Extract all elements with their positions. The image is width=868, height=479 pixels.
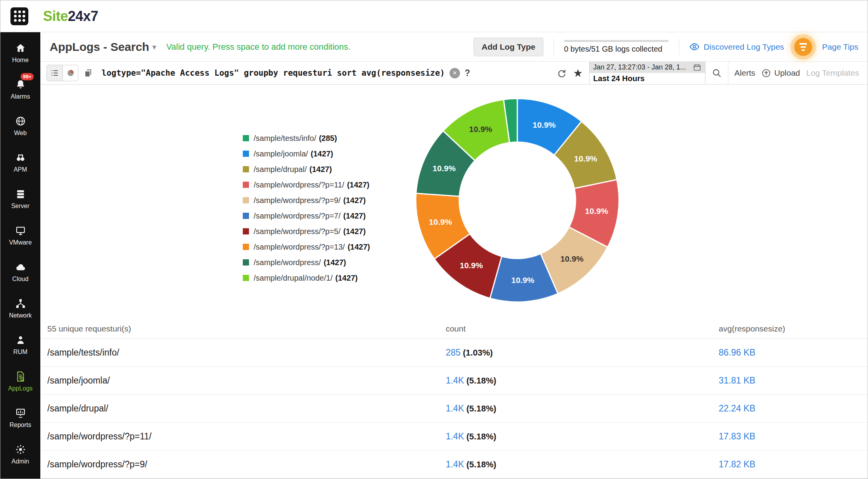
discovered-log-types-label: Discovered Log Types xyxy=(704,42,784,52)
cloud-icon xyxy=(15,261,26,273)
quick-range-label: Last 24 Hours xyxy=(590,73,705,84)
legend-label: /sample/drupal/node/1/ xyxy=(254,274,332,283)
count-link[interactable]: 285 xyxy=(446,347,460,358)
page-title: AppLogs - Search xyxy=(50,40,149,54)
user-icon xyxy=(15,334,26,346)
divider xyxy=(728,62,728,84)
legend-swatch xyxy=(243,135,249,141)
legend-item[interactable]: /sample/wordpress/?p=13/(1427) xyxy=(243,239,370,255)
sidebar-item-reports[interactable]: Reports xyxy=(0,399,40,436)
legend-item[interactable]: /sample/joomla/(1427) xyxy=(243,146,370,161)
sidebar-item-apm[interactable]: APM xyxy=(0,144,40,180)
header-requesturi: 55 unique requesturi(s) xyxy=(40,324,446,333)
pie-slice-label: 10.9% xyxy=(533,120,556,129)
legend-item[interactable]: /sample/wordpress/?p=9/(1427) xyxy=(243,193,370,208)
avg-cell: 31.81 KB xyxy=(719,375,868,386)
sidebar-item-label: Web xyxy=(14,130,27,137)
sidebar-item-cloud[interactable]: Cloud xyxy=(0,253,40,290)
query-bar: logtype="Apache Access Logs" groupby req… xyxy=(40,62,868,85)
sidebar-item-label: APM xyxy=(14,166,27,173)
legend-swatch xyxy=(243,166,249,172)
sidebar-item-label: VMware xyxy=(9,239,32,246)
legend-item[interactable]: /sample/wordpress/?p=5/(1427) xyxy=(243,224,370,239)
count-link[interactable]: 1.4K xyxy=(446,459,464,469)
home-icon xyxy=(15,42,26,54)
favorite-star-icon[interactable]: ★ xyxy=(573,67,583,80)
header-count: count xyxy=(446,324,719,333)
pie-slice-label: 10.9% xyxy=(511,276,534,285)
pie-chart-icon xyxy=(66,68,75,78)
count-link[interactable]: 1.4K xyxy=(446,375,464,385)
sidebar-item-label: Server xyxy=(11,203,29,210)
sidebar-item-home[interactable]: Home xyxy=(0,35,40,71)
avg-link[interactable]: 17.82 KB xyxy=(719,459,756,469)
upload-button[interactable]: Upload xyxy=(761,68,800,78)
topbar: Site24x7 xyxy=(0,0,868,32)
pie-slice-label: 10.9% xyxy=(469,125,492,134)
legend-item[interactable]: /sample/tests/info/(285) xyxy=(243,130,370,146)
sidebar-item-vmware[interactable]: VMware xyxy=(0,217,40,253)
share-icon[interactable] xyxy=(557,68,567,78)
site24x7-applogs-page: { "colors": { "brand_green": "#76b82a", … xyxy=(0,0,868,479)
chevron-down-icon[interactable]: ▾ xyxy=(152,42,156,52)
count-link[interactable]: 1.4K xyxy=(446,431,464,441)
legend-item[interactable]: /sample/wordpress/?p=11/(1427) xyxy=(243,177,370,193)
gear-icon xyxy=(15,444,26,455)
legend-label: /sample/wordpress/ xyxy=(254,258,321,267)
requesturi-cell: /sample/wordpress/?p=9/ xyxy=(40,459,446,470)
copy-icon[interactable] xyxy=(83,68,93,78)
discovered-log-types-link[interactable]: Discovered Log Types xyxy=(689,42,784,52)
requesturi-cell: /sample/tests/info/ xyxy=(40,347,446,358)
pie-slice-label: 10.9% xyxy=(429,217,452,226)
chart-legend: /sample/tests/info/(285)/sample/joomla/(… xyxy=(243,130,370,286)
clear-query-icon[interactable]: × xyxy=(450,68,460,78)
sidebar-item-label: Home xyxy=(12,57,29,64)
header-avg-responsesize: avg(responsesize) xyxy=(719,324,868,333)
sidebar-item-rum[interactable]: RUM xyxy=(0,326,40,363)
apps-grid-icon[interactable] xyxy=(10,7,28,25)
sidebar-item-admin[interactable]: Admin xyxy=(0,436,40,472)
count-percentage: (5.18%) xyxy=(466,376,496,385)
count-cell: 1.4K(5.18%) xyxy=(446,403,719,414)
legend-item[interactable]: /sample/wordpress/?p=7/(1427) xyxy=(243,208,370,224)
divider xyxy=(679,39,679,55)
legend-count: (1427) xyxy=(335,274,358,283)
page-tips-icon[interactable] xyxy=(794,38,812,56)
avg-link[interactable]: 22.24 KB xyxy=(719,403,756,413)
table-header: 55 unique requesturi(s) count avg(respon… xyxy=(40,319,868,339)
sidebar-item-server[interactable]: Server xyxy=(0,180,40,217)
network-icon xyxy=(15,298,26,309)
sidebar-item-applogs[interactable]: AppLogs xyxy=(0,363,40,399)
sidebar-item-web[interactable]: Web xyxy=(0,108,40,144)
sidebar-item-label: Reports xyxy=(9,422,31,429)
chart-view-button[interactable] xyxy=(62,65,78,81)
count-link[interactable]: 1.4K xyxy=(446,403,464,413)
site24x7-logo: Site24x7 xyxy=(43,8,98,24)
query-help-icon[interactable]: ? xyxy=(465,68,470,78)
view-toggle xyxy=(47,65,78,81)
page-tips-link[interactable]: Page Tips xyxy=(822,42,858,52)
legend-swatch xyxy=(243,275,249,281)
pie-slice-label: 10.9% xyxy=(432,164,456,173)
count-cell: 1.4K(5.18%) xyxy=(446,431,719,442)
query-input[interactable]: logtype="Apache Access Logs" groupby req… xyxy=(102,68,445,78)
applogs-icon xyxy=(15,371,26,382)
list-view-icon xyxy=(50,68,59,78)
legend-item[interactable]: /sample/wordpress/(1427) xyxy=(243,255,370,270)
legend-item[interactable]: /sample/drupal/(1427) xyxy=(243,161,370,177)
legend-item[interactable]: /sample/drupal/node/1/(1427) xyxy=(243,270,370,286)
avg-link[interactable]: 86.96 KB xyxy=(719,347,756,358)
list-view-button[interactable] xyxy=(47,65,62,81)
count-percentage: (5.18%) xyxy=(466,404,496,413)
upload-icon xyxy=(761,68,771,78)
query-validation-message: Valid query. Press space to add more con… xyxy=(166,42,351,52)
avg-link[interactable]: 17.83 KB xyxy=(719,431,756,441)
date-range-picker[interactable]: Jan 27, 13:27:03 - Jan 28, 1... Last 24 … xyxy=(589,62,705,84)
sidebar-item-network[interactable]: Network xyxy=(0,290,40,326)
avg-link[interactable]: 31.81 KB xyxy=(719,375,756,385)
sidebar-item-alarms[interactable]: Alarms99+ xyxy=(0,71,40,108)
alerts-button[interactable]: Alerts xyxy=(735,68,756,78)
log-templates-button[interactable]: Log Templates xyxy=(806,68,868,78)
search-icon[interactable] xyxy=(712,68,722,78)
add-log-type-button[interactable]: Add Log Type xyxy=(474,38,543,56)
